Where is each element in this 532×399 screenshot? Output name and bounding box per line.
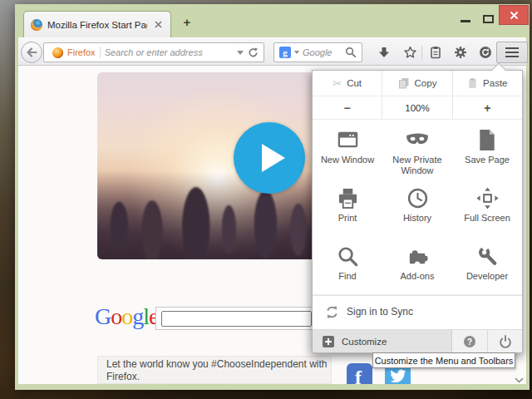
- scroll-down-chevron-icon[interactable]: [515, 377, 524, 383]
- facebook-button[interactable]: f: [347, 363, 372, 384]
- navigation-toolbar: Firefox g: [18, 37, 526, 66]
- customize-icon: [322, 335, 335, 348]
- menu-item-history[interactable]: History: [382, 178, 452, 236]
- search-input[interactable]: [303, 47, 342, 57]
- menu-item-addons[interactable]: Add-ons: [382, 236, 452, 294]
- new-tab-button[interactable]: +: [178, 15, 196, 31]
- divider: [100, 47, 101, 58]
- brand-label: Firefox: [67, 47, 96, 57]
- firefox-brand-icon: [52, 47, 63, 58]
- save-page-icon: [477, 127, 497, 152]
- menu-item-developer[interactable]: Developer: [452, 236, 522, 294]
- close-icon: [510, 11, 519, 20]
- tab-title: Mozilla Firefox Start Page: [47, 20, 147, 30]
- play-icon: [262, 144, 285, 172]
- tab-close-icon[interactable]: [152, 19, 164, 31]
- new-window-icon: [337, 127, 359, 152]
- power-icon: [499, 335, 512, 348]
- desktop: Mozilla Firefox Start Page + Firefox: [0, 0, 532, 399]
- menu-icon: [505, 47, 519, 57]
- customize-label: Customize: [342, 337, 387, 347]
- back-button[interactable]: [21, 42, 42, 63]
- help-icon: ?: [463, 335, 476, 348]
- address-input[interactable]: [105, 47, 233, 57]
- menu-item-print[interactable]: Print: [313, 178, 382, 236]
- customize-tooltip: Customize the Menu and Toolbars: [372, 352, 515, 368]
- sync-icon: [325, 305, 339, 319]
- close-button[interactable]: [499, 5, 529, 25]
- sync-label: Sign in to Sync: [347, 306, 413, 318]
- copy-label: Copy: [415, 78, 437, 88]
- session-restore-button[interactable]: [475, 43, 495, 62]
- maximize-button[interactable]: [483, 15, 494, 23]
- star-icon: [403, 46, 417, 59]
- clipboard-icon: [429, 46, 442, 59]
- facebook-icon: f: [355, 367, 362, 384]
- play-button[interactable]: [234, 122, 305, 194]
- bookmarks-menu-button[interactable]: [426, 43, 446, 62]
- downloads-button[interactable]: [374, 43, 394, 62]
- cut-label: Cut: [347, 78, 362, 88]
- search-icon[interactable]: [345, 47, 357, 58]
- menu-grid: New Window New Private Window Save Page: [313, 120, 522, 294]
- menu-footer: Customize ?: [313, 329, 522, 352]
- settings-button[interactable]: [451, 43, 470, 62]
- minimize-button[interactable]: [461, 20, 470, 22]
- menu-item-new-window[interactable]: New Window: [313, 120, 382, 178]
- customize-button[interactable]: Customize: [313, 330, 452, 352]
- snippet-text: Let the world know you #ChooseIndependen…: [106, 358, 329, 383]
- paste-button[interactable]: Paste: [452, 71, 522, 96]
- url-dropdown-icon[interactable]: [237, 51, 244, 55]
- download-icon: [377, 47, 391, 59]
- bookmark-star-button[interactable]: [400, 43, 420, 62]
- addons-icon: [406, 244, 429, 268]
- paste-label: Paste: [483, 78, 507, 88]
- help-button[interactable]: ?: [452, 330, 487, 352]
- copy-icon: [398, 77, 410, 89]
- copy-button[interactable]: Copy: [382, 71, 451, 96]
- back-icon: [26, 47, 38, 58]
- edit-controls-row: ✂ Cut Copy Paste: [313, 71, 522, 96]
- browser-window: Mozilla Firefox Start Page + Firefox: [15, 4, 530, 390]
- exit-button[interactable]: [487, 330, 522, 352]
- google-favicon-icon: g: [279, 47, 291, 58]
- google-logo: Google: [95, 305, 158, 328]
- tooltip-text: Customize the Menu and Toolbars: [375, 356, 514, 366]
- svg-text:?: ?: [467, 337, 472, 346]
- scissors-icon: ✂: [332, 77, 342, 90]
- private-window-icon: [405, 127, 430, 152]
- gear-icon: [454, 46, 467, 59]
- paste-icon: [467, 77, 478, 89]
- zoom-level[interactable]: 100%: [382, 96, 451, 119]
- firefox-favicon-icon: [31, 19, 42, 31]
- menu-button[interactable]: [496, 42, 528, 63]
- menu-item-new-private-window[interactable]: New Private Window: [382, 120, 452, 178]
- tab-start-page[interactable]: Mozilla Firefox Start Page: [23, 11, 171, 37]
- cut-button[interactable]: ✂ Cut: [313, 71, 382, 96]
- menu-item-save-page[interactable]: Save Page: [452, 120, 522, 178]
- search-engine-dropdown-icon[interactable]: [294, 51, 299, 54]
- zoom-controls-row: − 100% +: [313, 96, 522, 120]
- reload-icon[interactable]: [248, 47, 259, 58]
- app-menu-panel: ✂ Cut Copy Paste − 100% +: [312, 70, 523, 353]
- zoom-in-button[interactable]: +: [452, 96, 522, 119]
- history-restore-icon: [479, 46, 492, 59]
- toolbar-separator: [421, 46, 422, 59]
- twitter-icon: [389, 367, 406, 384]
- search-bar[interactable]: g: [273, 42, 362, 62]
- history-clock-icon: [406, 185, 429, 210]
- google-search-input[interactable]: [161, 311, 312, 327]
- menu-item-full-screen[interactable]: Full Screen: [452, 178, 522, 236]
- sync-sign-in-button[interactable]: Sign in to Sync: [313, 295, 522, 328]
- find-icon: [337, 244, 359, 268]
- print-icon: [337, 185, 359, 210]
- zoom-out-button[interactable]: −: [313, 96, 382, 119]
- menu-item-find[interactable]: Find: [313, 236, 382, 294]
- developer-icon: [476, 244, 499, 268]
- url-bar[interactable]: Firefox: [43, 42, 264, 62]
- snippet-box: Let the world know you #ChooseIndependen…: [97, 356, 332, 384]
- full-screen-icon: [476, 185, 499, 210]
